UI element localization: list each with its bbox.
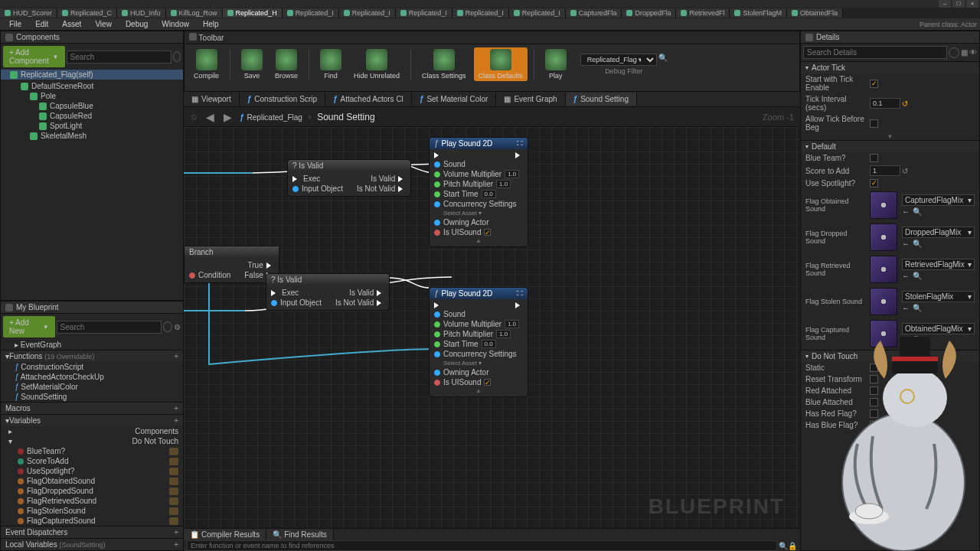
document-tab[interactable]: Replicated_I (509, 8, 566, 18)
property-checkbox[interactable] (870, 386, 878, 395)
component-item[interactable]: SpotLight (4, 121, 180, 131)
document-tab[interactable]: Replicated_I (339, 8, 396, 18)
eye-icon[interactable]: 👁 (969, 48, 977, 57)
find-results-tab[interactable]: 🔍Find Results (266, 529, 334, 540)
section-do-not-touch[interactable]: ▾Do Not Touch (801, 350, 979, 362)
graph-tab[interactable]: ƒSet Material Color (412, 93, 497, 106)
toolbar-class-defaults-button[interactable]: Class Defaults (474, 47, 528, 81)
tick-interval-input[interactable] (870, 98, 900, 109)
debug-object-select[interactable]: Replicated_Flag ▾ (580, 54, 657, 66)
document-tab[interactable]: Replicated_I (452, 8, 509, 18)
graph-tab[interactable]: ▦Viewport (184, 93, 240, 106)
visibility-toggle[interactable] (169, 468, 178, 475)
function-item[interactable]: ƒ SetMaterialColor (1, 382, 183, 392)
property-checkbox[interactable] (870, 409, 878, 418)
locals-section[interactable]: Local Variables (SoundSetting)+ (1, 538, 183, 550)
section-actor-tick[interactable]: ▾Actor Tick (801, 61, 979, 73)
function-item[interactable]: ƒ SoundSetting (1, 392, 183, 402)
add-new-button[interactable]: + Add New▼ (3, 316, 55, 337)
property-matrix-icon[interactable]: ▦ (961, 48, 968, 57)
menu-debug[interactable]: Debug (119, 19, 154, 29)
details-search-input[interactable] (803, 46, 947, 59)
reset-icon[interactable]: ↺ (902, 99, 908, 108)
browse-asset-icon[interactable]: 🔍 (913, 336, 922, 344)
document-tab[interactable]: Replicated_I (283, 8, 339, 18)
node-branch[interactable]: Branch True ConditionFalse (184, 246, 279, 283)
search-icon[interactable] (173, 51, 181, 62)
graph-tab[interactable]: ƒAttached Actors Cl (325, 93, 412, 106)
property-checkbox[interactable] (870, 375, 878, 383)
menu-help[interactable]: Help (197, 19, 225, 29)
locate-icon[interactable]: 🔍 (658, 54, 668, 66)
favorite-icon[interactable]: ☆ (190, 112, 198, 122)
breadcrumb-root[interactable]: Replicated_Flag (247, 113, 302, 122)
use-asset-icon[interactable]: ← (902, 207, 910, 216)
menu-window[interactable]: Window (155, 19, 195, 29)
variable-item[interactable]: UseSpotlight? (1, 466, 183, 476)
visibility-toggle[interactable] (169, 478, 178, 485)
toolbar-play-button[interactable]: Play (541, 47, 571, 81)
breadcrumb-leaf[interactable]: Sound Setting (317, 112, 374, 122)
variables-components[interactable]: ▸ Components (1, 426, 183, 436)
asset-thumbnail[interactable] (870, 191, 897, 219)
myblueprint-search-input[interactable] (57, 321, 162, 334)
visibility-toggle[interactable] (169, 487, 178, 495)
visibility-toggle[interactable] (169, 507, 178, 515)
functions-section[interactable]: ▾Functions (19 Overridable)+ (1, 350, 183, 362)
component-item[interactable]: DefaultSceneRoot (4, 81, 180, 91)
menu-edit[interactable]: Edit (29, 19, 54, 29)
use-asset-icon[interactable]: ← (902, 336, 910, 344)
settings-icon[interactable]: ⚙ (174, 323, 181, 331)
variable-item[interactable]: BlueTeam? (1, 446, 183, 456)
menu-asset[interactable]: Asset (56, 19, 87, 29)
window-close[interactable]: × (966, 0, 978, 8)
property-checkbox[interactable] (870, 398, 878, 406)
browse-asset-icon[interactable]: 🔍 (913, 240, 922, 248)
browse-asset-icon[interactable]: 🔍 (913, 272, 922, 280)
search-icon[interactable]: 🔍 (779, 542, 788, 550)
window-maximize[interactable]: □ (952, 0, 965, 8)
document-tab[interactable]: CapturedFla (566, 8, 622, 18)
asset-thumbnail[interactable] (870, 223, 897, 251)
variable-item[interactable]: FlagRetrievedSound (1, 496, 183, 506)
allow-tick-checkbox[interactable] (870, 119, 878, 128)
graph-tab[interactable]: ƒConstruction Scrip (240, 93, 325, 106)
variable-item[interactable]: FlagCapturedSound (1, 516, 183, 526)
variables-section[interactable]: ▾Variables+ (1, 414, 183, 426)
nav-forward-button[interactable]: ▶ (222, 111, 234, 123)
function-item[interactable]: ƒ ConstructionScript (1, 362, 183, 372)
toolbar-hide-unrelated-button[interactable]: Hide Unrelated (349, 47, 404, 81)
function-item[interactable]: ƒ AttachedActorsCheckUp (1, 372, 183, 382)
score-to-add-input[interactable] (870, 165, 900, 176)
asset-dropdown[interactable]: CapturedFlagMix▾ (902, 194, 975, 206)
graph-tab[interactable]: ƒSound Setting (566, 93, 637, 106)
toolbar-compile-button[interactable]: Compile (189, 47, 224, 81)
document-tab[interactable]: ObtainedFla (787, 8, 843, 18)
menu-file[interactable]: File (3, 19, 28, 29)
document-tab[interactable]: Replicated_H (223, 8, 283, 18)
document-tab[interactable]: DroppedFla (622, 8, 676, 18)
start-tick-checkbox[interactable] (870, 80, 878, 88)
node-is-valid-1[interactable]: ? Is Valid ExecIs Valid Input ObjectIs N… (287, 159, 411, 197)
section-default[interactable]: ▾Default (801, 140, 979, 152)
visibility-toggle[interactable] (169, 517, 178, 525)
asset-dropdown[interactable]: DroppedFlagMix▾ (902, 227, 975, 238)
visibility-toggle[interactable] (169, 497, 178, 505)
document-tab[interactable]: Replicated_I (396, 8, 452, 18)
graphs-item[interactable]: ▸ EventGraph (1, 340, 183, 350)
node-play-sound-2d-1[interactable]: ƒ Play Sound 2D⛶SoundVolume Multiplier 1… (429, 137, 528, 247)
property-checkbox[interactable] (870, 364, 878, 372)
add-function-button[interactable]: + (174, 352, 178, 360)
browse-asset-icon[interactable]: 🔍 (913, 304, 922, 312)
component-item[interactable]: CapsuleRed (4, 111, 180, 121)
variable-item[interactable]: FlagObtainedSound (1, 476, 183, 486)
document-tab[interactable]: RetrievedFl (676, 8, 730, 18)
add-component-button[interactable]: + Add Component▼ (3, 46, 65, 67)
browse-asset-icon[interactable]: 🔍 (913, 207, 922, 216)
use-asset-icon[interactable]: ← (902, 240, 910, 248)
graph-canvas[interactable]: Branch True ConditionFalse ? Is Valid Ex… (184, 127, 800, 528)
nav-back-button[interactable]: ◀ (204, 111, 216, 123)
document-tab[interactable]: StolenFlagM (730, 8, 787, 18)
components-search-input[interactable] (67, 51, 172, 64)
window-minimize[interactable]: – (939, 0, 951, 8)
